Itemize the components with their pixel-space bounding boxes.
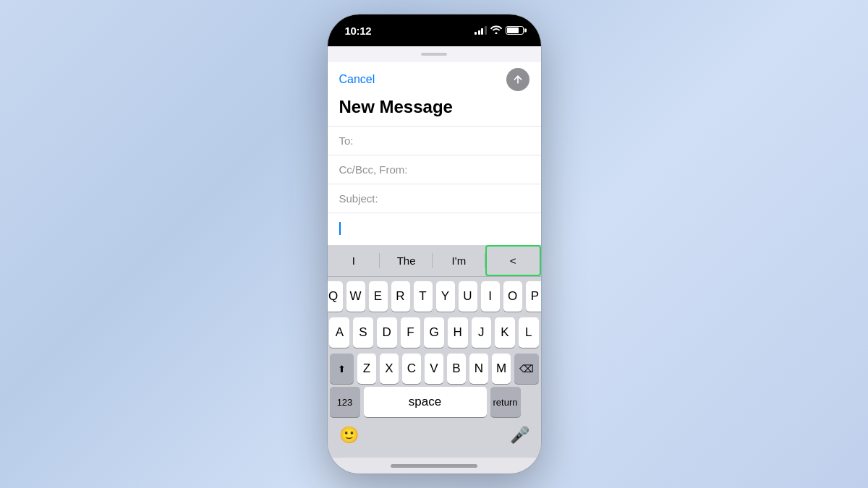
compose-top-bar: Cancel (328, 62, 541, 94)
text-cursor (339, 222, 341, 235)
to-label: To: (339, 134, 368, 147)
accessory-row: 🙂 🎤 (328, 420, 541, 458)
key-h[interactable]: H (448, 317, 468, 348)
wifi-icon (490, 25, 502, 36)
subject-label: Subject: (339, 192, 378, 205)
key-e[interactable]: E (369, 281, 388, 312)
key-123[interactable]: 123 (330, 387, 360, 417)
key-s[interactable]: S (353, 317, 373, 348)
key-u[interactable]: U (459, 281, 477, 312)
key-t[interactable]: T (414, 281, 433, 312)
status-time: 10:12 (345, 25, 372, 37)
status-icons (475, 25, 524, 36)
key-space[interactable]: space (364, 387, 487, 417)
cancel-button[interactable]: Cancel (339, 73, 375, 86)
sheet-handle (421, 53, 447, 56)
key-p[interactable]: P (526, 281, 541, 312)
delete-key[interactable]: ⌫ (514, 354, 539, 384)
keyboard: Q W E R T Y U I O P A S D F G H J K (328, 277, 541, 387)
key-a[interactable]: A (329, 317, 349, 348)
key-d[interactable]: D (377, 317, 397, 348)
keyboard-row-1: Q W E R T Y U I O P (330, 281, 539, 312)
autocomplete-bar: I The I'm < (328, 245, 541, 277)
keyboard-bottom-row: 123 space return (328, 387, 541, 417)
key-r[interactable]: R (391, 281, 410, 312)
microphone-icon[interactable]: 🎤 (510, 426, 529, 445)
key-k[interactable]: K (495, 317, 515, 348)
signal-bars-icon (475, 26, 487, 35)
shift-key[interactable]: ⬆ (330, 354, 354, 384)
home-indicator (328, 458, 541, 474)
autocomplete-item-i[interactable]: I (328, 245, 380, 276)
emoji-icon[interactable]: 🙂 (339, 426, 359, 445)
keyboard-row-2: A S D F G H J K L (330, 317, 539, 348)
battery-icon (506, 26, 524, 35)
key-q[interactable]: Q (328, 281, 343, 312)
key-b[interactable]: B (447, 354, 466, 384)
ccbcc-field[interactable]: Cc/Bcc, From: (328, 155, 541, 184)
send-button[interactable] (506, 68, 529, 91)
status-bar: 10:12 (328, 14, 541, 46)
to-field[interactable]: To: (328, 126, 541, 155)
home-bar (391, 464, 477, 468)
key-y[interactable]: Y (436, 281, 455, 312)
key-x[interactable]: X (380, 354, 399, 384)
compose-title: New Message (328, 94, 541, 126)
key-z[interactable]: Z (357, 354, 376, 384)
autocomplete-item-im[interactable]: I'm (433, 245, 485, 276)
key-g[interactable]: G (424, 317, 444, 348)
sheet-handle-area (328, 46, 541, 62)
key-return[interactable]: return (490, 387, 521, 417)
key-j[interactable]: J (472, 317, 492, 348)
key-w[interactable]: W (346, 281, 365, 312)
key-i[interactable]: I (481, 281, 500, 312)
phone-frame: 10:12 Cancel (328, 14, 541, 474)
autocomplete-item-the[interactable]: The (380, 245, 433, 276)
key-c[interactable]: C (402, 354, 421, 384)
compose-body[interactable] (328, 213, 541, 245)
key-o[interactable]: O (503, 281, 522, 312)
autocomplete-item-chevron[interactable]: < (485, 245, 541, 276)
key-v[interactable]: V (425, 354, 443, 384)
email-compose: Cancel New Message To: Cc/Bcc, From: Sub… (328, 62, 541, 245)
key-n[interactable]: N (469, 354, 488, 384)
ccbcc-label: Cc/Bcc, From: (339, 163, 408, 176)
keyboard-area: I The I'm < Q W E R T Y U I (328, 245, 541, 458)
key-f[interactable]: F (401, 317, 421, 348)
subject-field[interactable]: Subject: (328, 184, 541, 213)
keyboard-row-3: ⬆ Z X C V B N M ⌫ (330, 354, 539, 384)
key-m[interactable]: M (492, 354, 511, 384)
key-l[interactable]: L (519, 317, 539, 348)
